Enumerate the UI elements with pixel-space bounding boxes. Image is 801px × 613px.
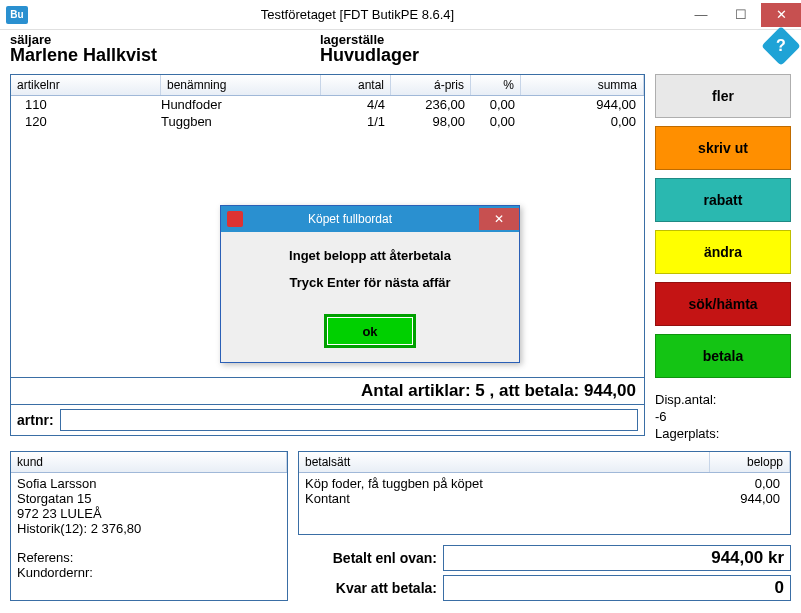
app-icon: Bu	[6, 6, 28, 24]
header-row: säljare Marlene Hallkvist lagerställe Hu…	[10, 32, 791, 66]
cell-apris: 236,00	[391, 97, 471, 112]
dialog-line2: Tryck Enter för nästa affär	[231, 275, 509, 290]
kvar-label: Kvar att betala:	[298, 580, 443, 596]
window-titlebar: Bu Testföretaget [FDT ButikPE 8.6.4] — ☐…	[0, 0, 801, 30]
customer-name: Sofia Larsson	[17, 476, 281, 491]
col-kund: kund	[11, 452, 287, 472]
cell-artikelnr: 120	[11, 114, 161, 129]
purchase-complete-dialog: Köpet fullbordat ✕ Inget belopp att åter…	[220, 205, 520, 363]
betala-button[interactable]: betala	[655, 334, 791, 378]
artnr-label: artnr:	[17, 412, 54, 428]
payment-panel: betalsätt belopp Köp foder, få tuggben p…	[298, 451, 791, 535]
customer-panel: kund Sofia Larsson Storgatan 15 972 23 L…	[10, 451, 288, 601]
cell-summa: 944,00	[521, 97, 644, 112]
col-summa[interactable]: summa	[521, 75, 644, 95]
main-area: ? säljare Marlene Hallkvist lagerställe …	[0, 30, 801, 607]
col-apris[interactable]: á-pris	[391, 75, 471, 95]
payment-row[interactable]: Kontant 944,00	[305, 491, 784, 506]
artnr-row: artnr:	[10, 405, 645, 436]
payment-amount: 0,00	[704, 476, 784, 491]
referens-label: Referens:	[17, 550, 281, 565]
kvar-value: 0	[443, 575, 791, 601]
sok-hamta-button[interactable]: sök/hämta	[655, 282, 791, 326]
col-benamning[interactable]: benämning	[161, 75, 321, 95]
seller-name: Marlene Hallkvist	[10, 45, 280, 66]
andra-button[interactable]: ändra	[655, 230, 791, 274]
col-pct[interactable]: %	[471, 75, 521, 95]
payment-name: Kontant	[305, 491, 704, 506]
betalt-label: Betalt enl ovan:	[298, 550, 443, 566]
cell-apris: 98,00	[391, 114, 471, 129]
payment-row[interactable]: Köp foder, få tuggben på köpet 0,00	[305, 476, 784, 491]
dialog-icon	[227, 211, 243, 227]
betalt-value: 944,00 kr	[443, 545, 791, 571]
dialog-ok-button[interactable]: ok	[324, 314, 416, 348]
cell-benamning: Tuggben	[161, 114, 321, 129]
dialog-close-button[interactable]: ✕	[479, 208, 519, 230]
customer-addr1: Storgatan 15	[17, 491, 281, 506]
rabatt-button[interactable]: rabatt	[655, 178, 791, 222]
col-betalsatt: betalsätt	[299, 452, 710, 472]
table-row[interactable]: 110 Hundfoder 4/4 236,00 0,00 944,00	[11, 96, 644, 113]
cell-artikelnr: 110	[11, 97, 161, 112]
skriv-ut-button[interactable]: skriv ut	[655, 126, 791, 170]
customer-addr2: 972 23 LULEÅ	[17, 506, 281, 521]
window-close-button[interactable]: ✕	[761, 3, 801, 27]
artnr-input[interactable]	[60, 409, 638, 431]
col-artikelnr[interactable]: artikelnr	[11, 75, 161, 95]
disp-antal-label: Disp.antal:	[655, 392, 791, 409]
table-row[interactable]: 120 Tuggben 1/1 98,00 0,00 0,00	[11, 113, 644, 130]
kundorder-label: Kundordernr:	[17, 565, 281, 580]
cell-pct: 0,00	[471, 97, 521, 112]
customer-history: Historik(12): 2 376,80	[17, 521, 281, 536]
disp-antal-value: -6	[655, 409, 791, 426]
cell-antal: 4/4	[321, 97, 391, 112]
window-maximize-button[interactable]: ☐	[721, 3, 761, 27]
stock-name: Huvudlager	[320, 45, 419, 66]
payment-amount: 944,00	[704, 491, 784, 506]
cell-summa: 0,00	[521, 114, 644, 129]
fler-button[interactable]: fler	[655, 74, 791, 118]
col-antal[interactable]: antal	[321, 75, 391, 95]
window-title: Testföretaget [FDT ButikPE 8.6.4]	[34, 7, 681, 22]
col-belopp: belopp	[710, 452, 790, 472]
dialog-titlebar: Köpet fullbordat ✕	[221, 206, 519, 232]
article-grid-header: artikelnr benämning antal á-pris % summa	[11, 75, 644, 96]
dialog-line1: Inget belopp att återbetala	[231, 248, 509, 263]
stock-info: Disp.antal: -6 Lagerplats:	[655, 392, 791, 443]
lagerplats-label: Lagerplats:	[655, 426, 791, 443]
payment-name: Köp foder, få tuggben på köpet	[305, 476, 704, 491]
cell-pct: 0,00	[471, 114, 521, 129]
cell-benamning: Hundfoder	[161, 97, 321, 112]
cell-antal: 1/1	[321, 114, 391, 129]
grid-footer-summary: Antal artiklar: 5 , att betala: 944,00	[10, 378, 645, 405]
dialog-title: Köpet fullbordat	[251, 212, 479, 226]
window-minimize-button[interactable]: —	[681, 3, 721, 27]
